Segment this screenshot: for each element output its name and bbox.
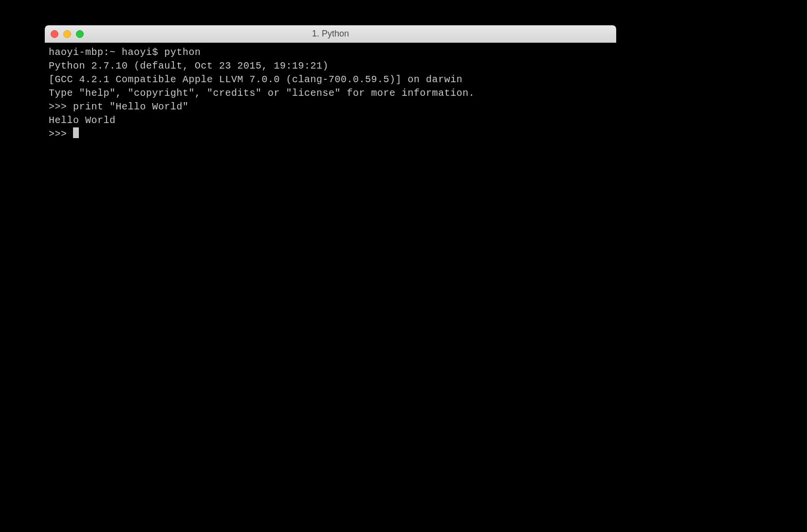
terminal-prompt: >>> <box>49 127 73 141</box>
minimize-button[interactable] <box>63 30 71 38</box>
terminal-line: >>> print "Hello World" <box>49 100 612 114</box>
traffic-lights <box>45 30 84 38</box>
terminal-line: Type "help", "copyright", "credits" or "… <box>49 87 612 100</box>
window-titlebar[interactable]: 1. Python <box>45 25 616 43</box>
maximize-button[interactable] <box>76 30 84 38</box>
terminal-window: 1. Python haoyi-mbp:~ haoyi$ pythonPytho… <box>45 25 616 424</box>
terminal-cursor <box>73 127 79 138</box>
terminal-body[interactable]: haoyi-mbp:~ haoyi$ pythonPython 2.7.10 (… <box>45 43 616 424</box>
terminal-line: [GCC 4.2.1 Compatible Apple LLVM 7.0.0 (… <box>49 73 612 87</box>
terminal-prompt-line: >>> <box>49 127 612 141</box>
terminal-line: Python 2.7.10 (default, Oct 23 2015, 19:… <box>49 59 612 73</box>
terminal-line: haoyi-mbp:~ haoyi$ python <box>49 46 612 59</box>
window-title: 1. Python <box>45 29 616 39</box>
close-button[interactable] <box>51 30 58 38</box>
terminal-line: Hello World <box>49 114 612 127</box>
